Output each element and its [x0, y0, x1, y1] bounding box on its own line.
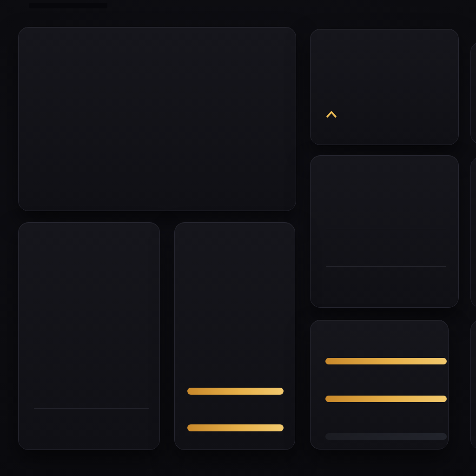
divider	[34, 408, 149, 409]
category-row	[325, 412, 435, 427]
dashboard-root: { "colors": { "background": "#0c0c10", "…	[0, 0, 476, 476]
total-sales-bar-chart	[19, 261, 159, 377]
partial-card	[470, 320, 476, 450]
progress-fill	[187, 424, 284, 431]
partial-card	[470, 42, 476, 144]
progress-fill	[325, 358, 447, 364]
metric-row-expenses	[326, 238, 446, 257]
progress-fill	[325, 396, 447, 402]
divider	[326, 229, 446, 229]
progress-track	[325, 396, 447, 402]
revenue-growth-card	[18, 27, 296, 211]
metric-row-customers	[326, 200, 446, 219]
metrics-card	[310, 155, 459, 308]
trend-up-icon	[326, 110, 337, 118]
revenue-kpi-card	[310, 29, 459, 145]
sales-by-category-donut-chart	[175, 267, 295, 355]
divider	[326, 266, 446, 267]
progress-track	[187, 388, 284, 395]
category-row	[190, 365, 282, 380]
total-sales-card	[18, 222, 160, 450]
category-row	[325, 374, 435, 389]
decorative-dark-rect	[29, 3, 107, 8]
metric-row-net-profit	[326, 276, 446, 295]
bar-chart-x-axis	[19, 386, 159, 398]
progress-track	[325, 433, 447, 440]
progress-track	[325, 358, 447, 364]
progress-fill	[325, 433, 447, 440]
line-chart-x-axis	[19, 188, 296, 200]
progress-fill	[187, 388, 284, 395]
progress-track	[187, 424, 284, 431]
partial-card	[470, 157, 476, 308]
revenue-growth-line-chart	[19, 61, 296, 182]
sales-by-category-card	[174, 222, 295, 450]
category-row	[190, 403, 282, 418]
category-list-card	[310, 320, 449, 450]
category-row	[325, 336, 435, 351]
